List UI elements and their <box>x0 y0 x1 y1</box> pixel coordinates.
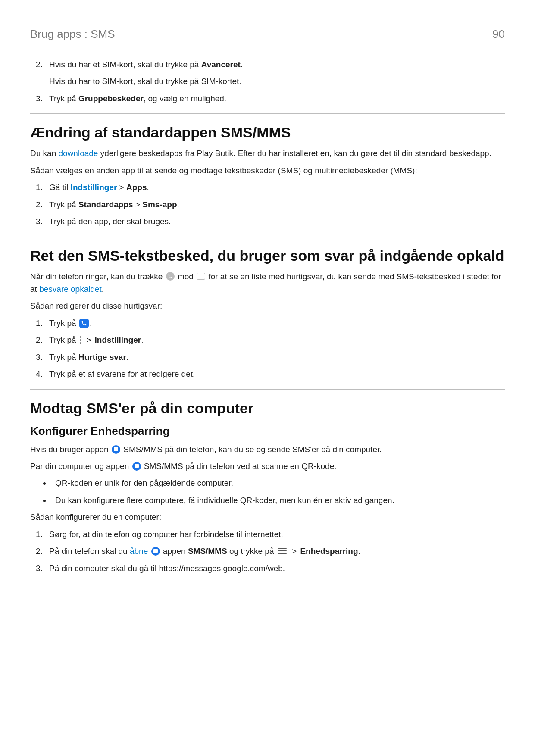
text: Tryk på <box>49 335 78 344</box>
text: Hvis du bruger appen <box>30 445 111 454</box>
bold: Indstillinger <box>95 335 141 344</box>
messages-app-icon <box>132 462 141 471</box>
text: mod <box>178 272 196 281</box>
paragraph: Par din computer og appen SMS/MMS på din… <box>30 460 505 472</box>
paragraph: Sådan konfigurerer du en computer: <box>30 511 505 523</box>
divider <box>30 113 505 114</box>
more-vertical-icon <box>80 336 81 344</box>
text: . <box>102 284 104 294</box>
text: > <box>84 335 94 344</box>
link[interactable]: Indstillinger <box>71 183 117 192</box>
paragraph: Sådan redigerer du disse hurtigsvar: <box>30 300 505 312</box>
text <box>148 547 150 556</box>
list-item: Tryk på et af svarene for at redigere de… <box>45 368 505 380</box>
link[interactable]: downloade <box>58 149 98 158</box>
text: Hvis du har ét SIM-kort, skal du trykke … <box>49 60 201 69</box>
paragraph: Sådan vælges en anden app til at sende o… <box>30 164 505 177</box>
link[interactable]: åbne <box>130 547 148 556</box>
menu-icon <box>278 548 287 554</box>
text: Tryk på <box>49 200 78 209</box>
section-heading: Ændring af standardappen SMS/MMS <box>30 124 505 141</box>
text: . <box>177 200 179 209</box>
list-item: Tryk på Standardapps > Sms-app. <box>45 198 505 211</box>
text: > <box>117 183 126 192</box>
list-item: QR-koden er unik for den pågældende comp… <box>51 477 505 489</box>
text: appen <box>161 547 188 556</box>
list-item: På din telefon skal du åbne appen SMS/MM… <box>45 545 505 557</box>
breadcrumb: Brug apps : SMS <box>30 28 115 41</box>
bold: Hurtige svar <box>78 353 126 362</box>
phone-icon <box>166 272 175 281</box>
text: > <box>133 200 143 209</box>
steps-list: Sørg for, at din telefon og computer har… <box>30 528 505 575</box>
text: Tryk på <box>49 319 78 328</box>
list-item: Tryk på > Indstillinger. <box>45 334 505 346</box>
text: Du kan <box>30 149 58 158</box>
messages-app-icon <box>151 547 160 556</box>
message-list-icon <box>197 273 205 280</box>
bold: Gruppebeskeder <box>78 94 144 103</box>
section-heading: Modtag SMS'er på din computer <box>30 400 505 417</box>
bullet-list: QR-koden er unik for den pågældende comp… <box>30 477 505 506</box>
text: Tryk på <box>49 353 78 362</box>
text: . <box>126 353 128 362</box>
link[interactable]: besvare opkaldet <box>39 284 102 294</box>
text: > <box>290 547 299 556</box>
paragraph: Hvis du bruger appen SMS/MMS på din tele… <box>30 443 505 456</box>
list-item: Tryk på Hurtige svar. <box>45 351 505 363</box>
bold: Apps <box>126 183 147 192</box>
list-item: Tryk på . <box>45 317 505 329</box>
messages-app-icon <box>112 445 120 454</box>
text: På din telefon skal du <box>49 547 130 556</box>
text: SMS/MMS på din telefon ved at scanne en … <box>144 462 337 471</box>
text: . <box>147 183 149 192</box>
page-header: Brug apps : SMS 90 <box>30 28 505 41</box>
paragraph: Du kan downloade yderligere beskedapps f… <box>30 147 505 159</box>
section-heading: Ret den SMS-tekstbesked, du bruger som s… <box>30 247 505 264</box>
text: og trykke på <box>227 547 276 556</box>
bold: SMS/MMS <box>188 547 227 556</box>
bold: Enhedsparring <box>300 547 358 556</box>
text: yderligere beskedapps fra Play Butik. Ef… <box>98 149 491 158</box>
top-steps: Hvis du har ét SIM-kort, skal du trykke … <box>30 58 505 105</box>
bold: Sms-app <box>142 200 177 209</box>
paragraph: Når din telefon ringer, kan du trække mo… <box>30 270 505 296</box>
list-item: Du kan konfigurere flere computere, få i… <box>51 494 505 506</box>
steps-list: Tryk på . Tryk på > Indstillinger. Tryk … <box>30 317 505 381</box>
bold: Avanceret <box>201 60 241 69</box>
page-number: 90 <box>492 28 505 41</box>
list-item: Tryk på den app, der skal bruges. <box>45 215 505 228</box>
text: , og vælg en mulighed. <box>144 94 226 103</box>
divider <box>30 389 505 390</box>
text: Hvis du har to SIM-kort, skal du trykke … <box>49 75 505 87</box>
text: . <box>141 335 143 344</box>
text: Tryk på <box>49 94 78 103</box>
phone-app-icon <box>79 319 89 328</box>
text: Når din telefon ringer, kan du trække <box>30 272 165 281</box>
page: Brug apps : SMS 90 Hvis du har ét SIM-ko… <box>0 0 535 756</box>
bold: Standardapps <box>78 200 133 209</box>
text: . <box>90 319 92 328</box>
list-item: Sørg for, at din telefon og computer har… <box>45 528 505 540</box>
text: SMS/MMS på din telefon, kan du se og sen… <box>123 445 382 454</box>
list-item: Gå til Indstillinger > Apps. <box>45 181 505 194</box>
divider <box>30 237 505 237</box>
subsection-heading: Konfigurer Enhedsparring <box>30 425 505 438</box>
list-item: Hvis du har ét SIM-kort, skal du trykke … <box>45 58 505 88</box>
text: Gå til <box>49 183 71 192</box>
text: . <box>358 547 360 556</box>
list-item: Tryk på Gruppebeskeder, og vælg en mulig… <box>45 92 505 105</box>
steps-list: Gå til Indstillinger > Apps. Tryk på Sta… <box>30 181 505 228</box>
text: Par din computer og appen <box>30 462 131 471</box>
text: . <box>241 60 243 69</box>
list-item: På din computer skal du gå til https://m… <box>45 562 505 575</box>
